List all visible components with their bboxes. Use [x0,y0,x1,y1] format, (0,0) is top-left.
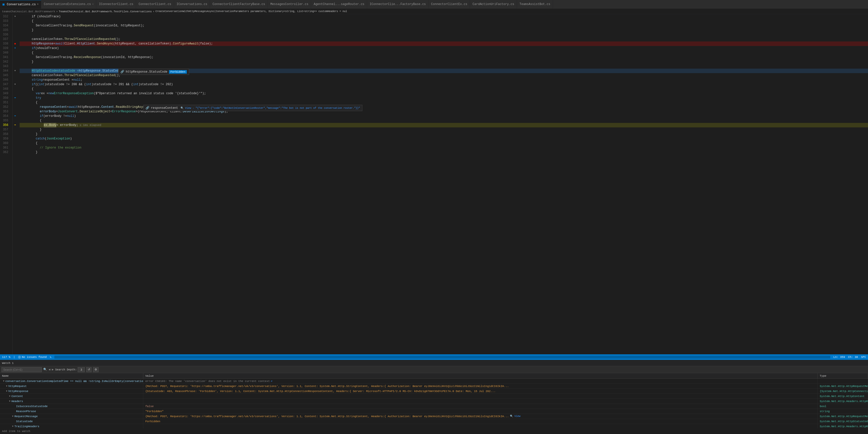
breadcrumb-left: teamsChatAssist.Bot.BotFramework [2,10,55,13]
watch-row[interactable]: StatusCodeForbiddenSystem.Net.Http.HttpS… [0,419,868,424]
watch-type: System.Net.Http.HttpStatusCode [818,419,868,424]
line-numbers: 3323333343353363373383393403413423433443… [0,14,12,354]
breakpoint-icon: ● [14,41,16,46]
fold-arrow-icon[interactable]: ▼ [14,46,16,51]
add-watch-item[interactable]: Add item to watch [0,429,868,434]
watch-type: System.Net.Http.HttpContent [818,394,868,399]
code-line-357: } [20,127,868,132]
tab-5[interactable]: ConnectorClientFactoryBase.cs [210,0,268,9]
watch-type: System.Net.Http.HttpRequestMessage [818,384,868,389]
tab-3[interactable]: ConnectorClient.cs [136,0,174,9]
watch-body[interactable]: ▼conversation.ConversationCompletedTime … [0,379,868,429]
watch-row[interactable]: IsSuccessStatusCodefalsebool [0,404,868,409]
expand-arrow[interactable]: ▼ [9,394,10,399]
watch-type: System.Net.Http.Headers.HttpResponseHead… [818,424,868,429]
watch-row[interactable]: ▼TrailingHeadersSystem.Net.Http.Headers.… [0,424,868,429]
watch-panel: Watch 1 🔍 ◀ ▶ Search Depth: ↺ ⚙ Name Val… [0,360,868,434]
expand-arrow[interactable]: ▼ [9,399,10,404]
watch-row[interactable]: ▼ContentSystem.Net.Http.HttpContent [0,394,868,399]
expand-arrow[interactable]: ▼ [12,414,13,419]
tab-label: CardActionUriFactory.cs [472,2,514,6]
watch-row[interactable]: ReasonPhrase"Forbidden"string [0,409,868,414]
watch-type: string [818,409,868,414]
watch-name: Headers [11,399,23,404]
watch-toolbar: 🔍 ◀ ▶ Search Depth: ↺ ⚙ [0,366,868,373]
tab-1[interactable]: ConversationsExtensions.cs × [41,0,96,9]
tab-8[interactable]: IConnectorClie...FactoryBase.cs [367,0,429,9]
watch-name: httpRequest [8,384,27,389]
view-link[interactable]: 🔍 View - "{"error":{"code":"BotNotInConv… [181,106,360,109]
search-depth-input[interactable] [78,367,85,372]
tab-6[interactable]: MessagesController.cs [268,0,311,9]
code-line-355: { [20,119,868,123]
expand-arrow[interactable]: ▼ [6,389,7,394]
watch-row[interactable]: ▼httpRequest{Method: POST, RequestUri: '… [0,384,868,389]
expand-arrow[interactable]: ▼ [3,379,4,383]
scrollbar[interactable] [54,356,830,359]
tab-close-btn[interactable]: × [37,3,38,6]
watch-row[interactable]: ▼HeadersSystem.Net.Http.Headers.HttpResp… [0,399,868,404]
tab-label: MessagesController.cs [270,2,308,6]
tab-label: TeamsAssistBot.cs [520,2,550,6]
fold-icon[interactable]: ▼ [14,69,16,73]
encoding: SPC [861,356,866,359]
edit-icon[interactable]: ✎ [50,356,52,359]
col-type-header: Type [818,373,868,379]
refresh-btn[interactable]: ↺ [86,367,92,372]
elapsed-badge: ≤ 1ms elapsed [80,123,101,127]
nav-prev-icon[interactable]: ◀ [49,368,50,371]
tab-label: ConnectorClientEx.cs [431,2,467,6]
expand-arrow[interactable]: ▼ [6,384,7,389]
code-line-362: } [20,150,868,155]
watch-row[interactable]: ▼conversation.ConversationCompletedTime … [0,379,868,384]
watch-type: System.Net.Http.HttpRequestMessage [818,414,868,419]
watch-row[interactable]: ▼httpResponse{StatusCode: 403, ReasonPhr… [0,389,868,394]
refresh-icon[interactable]: ↺ [271,379,272,383]
watch-row[interactable]: ▼RequestMessage{Method: POST, RequestUri… [0,414,868,419]
watch-title: Watch 1 [0,360,868,366]
status-code-tooltip: 🔗httpResponse.StatusCodeForbidden [118,69,189,75]
watch-name: httpResponse [8,389,28,394]
tab-7[interactable]: AgentChannel...sageRouter.cs [311,0,367,9]
expand-arrow[interactable]: ▼ [12,424,13,429]
watch-type: bool [818,404,868,409]
zoom-level: 117 % [2,356,10,359]
tab-11[interactable]: TeamsAssistBot.cs [517,0,553,9]
nav-next-icon[interactable]: ▶ [52,368,54,371]
editor-area: 3323333343353363373383393403413423433443… [0,14,868,360]
watch-name: IsSuccessStatusCode [16,404,48,409]
tab-10[interactable]: CardActionUriFactory.cs [470,0,517,9]
tooltip-response-text: responseContent [151,106,178,110]
code-line-354: if (errorBody != null) [20,114,868,119]
fold-icon[interactable]: ▼ [14,14,16,19]
code-line-356: ex.Body = errorBody;≤ 1ms elapsed [20,123,868,127]
debug-step-icon: ➡ [14,114,16,119]
search-icon: 🔍 [43,368,47,371]
column-number: Ch: 38 [848,356,858,359]
code-editor[interactable]: if (shouldTrace){ServiceClientTracing.Se… [18,14,868,354]
view-link[interactable]: 🔍 View [510,414,521,419]
code-line-335: } [20,28,868,32]
code-container[interactable]: 3323333343353363373383393403413423433443… [0,14,868,354]
tab-9[interactable]: ConnectorClientEx.cs [429,0,470,9]
tab-label: IConnectorClie...FactoryBase.cs [370,2,426,6]
settings-btn[interactable]: ⚙ [93,367,99,372]
code-line-343 [20,64,868,69]
code-line-358: } [20,132,868,136]
code-line-340: { [20,51,868,55]
tab-conversations-cs[interactable]: Conversations.cs × [0,0,41,9]
watch-search-input[interactable] [1,367,42,372]
watch-table-header: Name Value Type [0,373,868,379]
watch-name: RequestMessage [14,414,37,419]
watch-name: Content [11,394,23,399]
fold-icon[interactable]: ▼ [14,82,16,87]
breadcrumb: teamsChatAssist.Bot.BotFramework › Teams… [0,9,868,14]
close-btn[interactable]: × [92,3,94,6]
code-line-332: if (shouldTrace) [20,14,868,19]
code-line-336 [20,32,868,37]
tab-4[interactable]: IConversations.cs [174,0,210,9]
tab-2[interactable]: IConnectorClient.cs [96,0,136,9]
tooltip-link-icon2: 🔗 [146,106,149,110]
no-issues-indicator: ⓪ No issues found [18,355,47,359]
line-number: Ln: 359 [833,356,845,359]
